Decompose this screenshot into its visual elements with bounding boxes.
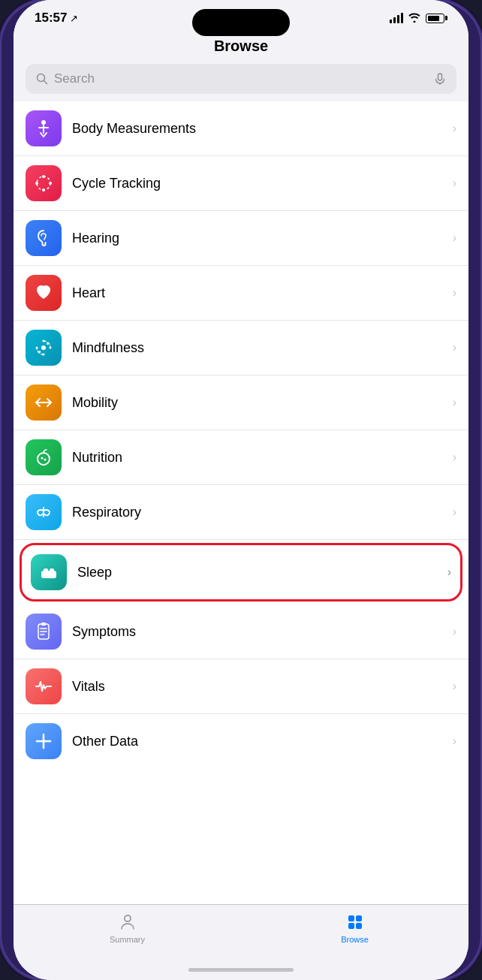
status-time: 15:57	[35, 11, 67, 26]
chevron-icon: ›	[453, 680, 456, 693]
item-label-heart: Heart	[72, 285, 453, 301]
search-bar[interactable]: Search	[26, 64, 456, 94]
svg-point-18	[36, 347, 38, 349]
home-bar	[188, 968, 294, 972]
dynamic-island	[192, 9, 290, 36]
list-item[interactable]: Vitals ›	[14, 659, 468, 714]
svg-rect-35	[348, 915, 354, 921]
mindfulness-icon	[26, 330, 62, 366]
svg-point-17	[43, 354, 45, 356]
svg-rect-32	[41, 623, 46, 626]
tab-browse[interactable]: Browse	[241, 912, 468, 944]
list-item[interactable]: Respiratory ›	[14, 485, 468, 540]
svg-point-13	[49, 182, 52, 185]
svg-point-24	[44, 459, 47, 461]
svg-point-16	[50, 347, 52, 349]
list-item[interactable]: Hearing ›	[14, 211, 468, 266]
svg-rect-26	[44, 568, 48, 572]
chevron-icon: ›	[453, 286, 456, 300]
svg-point-15	[43, 340, 45, 342]
list-item[interactable]: Heart ›	[14, 266, 468, 321]
item-label-hearing: Hearing	[72, 231, 453, 246]
phone-frame: 15:57 ↗	[0, 0, 482, 980]
list-item-sleep[interactable]: Sleep ›	[20, 543, 462, 602]
item-label-body-measurements: Body Measurements	[72, 121, 453, 137]
svg-point-10	[42, 175, 45, 178]
hearing-icon	[26, 220, 62, 256]
item-label-other-data: Other Data	[72, 734, 453, 749]
search-container: Search	[14, 64, 468, 101]
svg-point-12	[35, 182, 38, 185]
location-icon: ↗	[70, 13, 78, 24]
mobility-icon	[26, 384, 62, 421]
chevron-icon: ›	[453, 341, 456, 354]
svg-rect-27	[50, 568, 54, 572]
respiratory-icon	[26, 494, 62, 530]
summary-tab-icon	[118, 912, 137, 932]
phone-screen: 15:57 ↗	[14, 0, 468, 980]
sleep-icon	[31, 554, 67, 590]
signal-icon	[390, 13, 403, 23]
item-label-respiratory: Respiratory	[72, 505, 453, 520]
svg-point-9	[37, 176, 50, 190]
chevron-icon: ›	[453, 231, 456, 245]
list-item[interactable]: Other Data ›	[14, 714, 468, 768]
list-item[interactable]: Mobility ›	[14, 375, 468, 430]
chevron-icon: ›	[453, 625, 456, 638]
battery-icon	[426, 14, 447, 23]
page-title: Browse	[214, 38, 268, 54]
cycle-tracking-icon	[26, 165, 62, 201]
svg-point-19	[47, 342, 49, 345]
list-container: Body Measurements › Cycle Tracking ›	[14, 101, 468, 904]
chevron-icon: ›	[453, 122, 456, 135]
svg-rect-2	[438, 74, 442, 80]
status-icons	[390, 12, 447, 25]
item-label-nutrition: Nutrition	[72, 450, 453, 466]
svg-rect-25	[41, 571, 56, 578]
svg-line-1	[44, 81, 47, 84]
list-item[interactable]: Symptoms ›	[14, 605, 468, 659]
svg-rect-37	[348, 923, 354, 929]
tab-summary[interactable]: Summary	[14, 912, 241, 944]
list-item[interactable]: Body Measurements ›	[14, 101, 468, 156]
vitals-icon	[26, 668, 62, 704]
chevron-icon: ›	[453, 176, 456, 190]
home-indicator	[14, 959, 468, 980]
svg-point-14	[41, 345, 46, 350]
search-icon	[36, 73, 48, 85]
chevron-icon: ›	[447, 565, 451, 579]
tab-bar: Summary Browse	[14, 904, 468, 959]
heart-icon	[26, 275, 62, 311]
list-item[interactable]: Mindfulness ›	[14, 321, 468, 375]
search-placeholder: Search	[54, 71, 428, 86]
svg-point-22	[38, 453, 50, 465]
svg-point-23	[41, 457, 44, 460]
svg-point-11	[42, 188, 45, 191]
page-header: Browse	[14, 32, 468, 64]
browse-tab-icon	[345, 912, 365, 932]
chevron-icon: ›	[453, 396, 456, 409]
nutrition-icon	[26, 439, 62, 475]
chevron-icon: ›	[453, 505, 456, 519]
svg-rect-36	[356, 915, 362, 921]
wifi-icon	[408, 12, 421, 25]
svg-point-20	[38, 351, 41, 353]
svg-rect-38	[356, 923, 362, 929]
list-item[interactable]: Cycle Tracking ›	[14, 156, 468, 211]
item-label-vitals: Vitals	[72, 679, 453, 695]
chevron-icon: ›	[453, 451, 456, 464]
mic-icon[interactable]	[434, 73, 446, 85]
chevron-icon: ›	[453, 734, 456, 748]
tab-summary-label: Summary	[110, 935, 145, 944]
item-label-sleep: Sleep	[77, 565, 447, 580]
body-measurements-icon	[26, 110, 62, 146]
item-label-mindfulness: Mindfulness	[72, 340, 453, 356]
tab-browse-label: Browse	[341, 935, 369, 944]
item-label-cycle-tracking: Cycle Tracking	[72, 176, 453, 191]
list-item[interactable]: Nutrition ›	[14, 430, 468, 485]
symptoms-icon	[26, 614, 62, 650]
other-data-icon	[26, 723, 62, 759]
item-label-symptoms: Symptoms	[72, 624, 453, 640]
item-label-mobility: Mobility	[72, 395, 453, 411]
